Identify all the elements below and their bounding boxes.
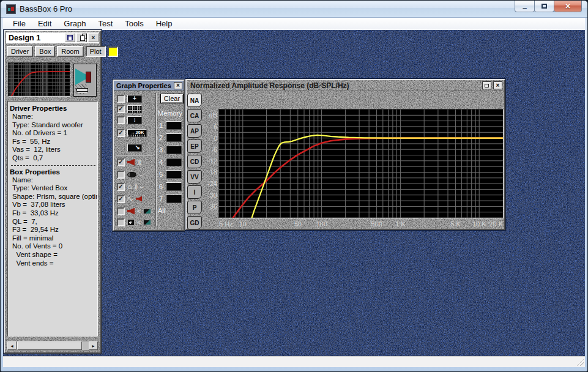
checkbox-room-acoustic-response[interactable]: ✓	[117, 183, 125, 191]
checkbox-amplitude-scale[interactable]	[117, 116, 125, 124]
y-axis-label: -12	[200, 157, 217, 165]
menu-item-test[interactable]: Test	[92, 18, 119, 30]
menu-item-edit[interactable]: Edit	[32, 18, 58, 30]
y-axis-label: dB	[200, 111, 217, 119]
horizontal-scrollbar[interactable]: ◄ ►	[7, 341, 99, 351]
scrollbar-thumb[interactable]	[17, 341, 82, 350]
palette-titlebar[interactable]: Graph Properties ×	[114, 81, 184, 91]
maximize-button[interactable]	[534, 1, 554, 12]
close-button[interactable]: ×	[554, 1, 582, 12]
speaker-cone-icon	[75, 69, 86, 85]
minimize-icon: –	[523, 6, 527, 10]
design-panel-titlebar[interactable]: Design 1 ×	[6, 32, 99, 43]
minimize-button[interactable]: –	[515, 1, 535, 12]
checkbox-filter-network-response[interactable]: ✓	[117, 195, 125, 203]
x-axis-label: 50	[294, 220, 302, 228]
driver-properties-line: Fs = 55, Hz	[10, 138, 95, 146]
graph-option-grid-lines: ✓	[117, 104, 142, 114]
memory-button-7[interactable]	[166, 195, 182, 203]
clear-button[interactable]: Clear	[160, 94, 184, 103]
menu-item-file[interactable]: File	[7, 18, 32, 30]
close-design-button[interactable]: ×	[88, 33, 99, 42]
graph-option-amplitude-scale: ↕	[117, 115, 142, 125]
checkbox-cursor-readout[interactable]	[117, 95, 125, 103]
vented-box-icon	[73, 64, 97, 97]
copy-icon	[80, 35, 85, 41]
titlebar[interactable]: BassBox 6 Pro – ×	[1, 1, 587, 18]
box-properties-line: Fb = 33,03 Hz	[10, 209, 95, 218]
design-tabs: DriverBoxRoomPlot	[7, 45, 118, 58]
x-axis-label: 10	[239, 220, 247, 228]
graph-restore-button[interactable]	[482, 81, 491, 89]
app-icon	[6, 4, 16, 14]
box-properties-line: Vent ends =	[10, 259, 95, 268]
checkbox-driver-acoustic-response[interactable]: ✓	[117, 158, 125, 166]
memory-all-label[interactable]: All	[158, 207, 165, 214]
graph-window-titlebar[interactable]: Normalized Amplitude Response (dB-SPL/Hz…	[187, 80, 504, 91]
checkbox-vent-acoustic-response[interactable]	[117, 171, 125, 179]
menu-item-help[interactable]: Help	[150, 18, 179, 30]
memory-button-4[interactable]	[166, 158, 182, 166]
graph-tab-na[interactable]: NA	[187, 94, 202, 107]
memory-slot-number: 4	[158, 158, 163, 166]
speaker-icon	[136, 196, 142, 202]
sound-waves-icon: ))	[135, 184, 137, 190]
graph-tab-gd[interactable]: GD	[187, 216, 202, 229]
graph-option-frequency-scale-20k: ✓→20K	[117, 128, 147, 138]
palette-close-button[interactable]: ×	[174, 82, 182, 89]
checkbox-grid-lines[interactable]: ✓	[117, 105, 125, 113]
scroll-left-button[interactable]: ◄	[7, 341, 17, 350]
plot-color-swatch[interactable]	[108, 46, 118, 57]
floppy-icon	[67, 35, 73, 40]
memory-button-1[interactable]	[166, 121, 182, 130]
memory-slot-6: 6	[158, 182, 182, 191]
amplitude-plot	[218, 109, 504, 218]
menu-item-graph[interactable]: Graph	[58, 18, 92, 30]
tab-driver[interactable]: Driver	[7, 46, 33, 57]
checkbox-frequency-scale-20k[interactable]: ✓	[117, 129, 125, 137]
memory-button-5[interactable]	[166, 170, 182, 179]
graph-close-button[interactable]: ×	[493, 81, 502, 89]
status-bar	[3, 356, 585, 367]
box-properties-line: Vent shape =	[10, 251, 95, 259]
checkbox-vent-phase[interactable]	[117, 218, 125, 226]
save-design-button[interactable]	[65, 33, 75, 42]
restore-icon	[541, 4, 547, 9]
dash-icon: –	[140, 171, 143, 178]
checkbox-driver-phase[interactable]	[117, 207, 125, 215]
palette-title: Graph Properties	[116, 82, 171, 89]
workspace: Design 1 × DriverBoxRoomPlot Driver Prop…	[3, 30, 585, 356]
tab-room[interactable]: Room	[57, 46, 83, 57]
graph-option-vent-phase: <	[117, 217, 151, 227]
y-axis-label: 6	[200, 123, 217, 130]
amplitude-plot-canvas	[219, 110, 503, 218]
memory-slot-number: 2	[158, 134, 163, 141]
resize-grip[interactable]	[576, 358, 584, 366]
speaker-icon	[127, 208, 135, 215]
duplicate-design-button[interactable]	[76, 33, 87, 42]
vent-port-icon	[76, 88, 88, 92]
box-properties-heading: Box Properties	[10, 168, 95, 176]
vent-tube-icon	[127, 172, 136, 177]
driver-properties-line: Vas = 12, liters	[10, 146, 95, 154]
memory-button-6[interactable]	[166, 182, 182, 191]
window-controls: – ×	[515, 1, 582, 12]
crosshair-icon: +	[127, 95, 142, 103]
separator	[11, 165, 95, 166]
memory-button-3[interactable]	[166, 146, 182, 154]
memory-slot-number: 7	[158, 195, 163, 203]
y-axis-label: -18	[200, 168, 217, 176]
close-icon: ×	[565, 1, 570, 11]
tab-plot[interactable]: Plot	[86, 46, 106, 57]
memory-slot-number: 3	[158, 146, 163, 154]
sound-waves-icon: )))	[137, 159, 141, 165]
y-axis-label: -24	[200, 180, 217, 187]
restore-icon	[485, 84, 489, 87]
response-preview-plot	[9, 63, 70, 96]
scroll-right-button[interactable]: ►	[89, 341, 98, 350]
tab-box[interactable]: Box	[35, 46, 55, 57]
memory-button-2[interactable]	[166, 133, 182, 142]
menu-item-tools[interactable]: Tools	[119, 18, 149, 30]
memory-slot-1: 1	[158, 121, 182, 130]
graph-window: Normalized Amplitude Response (dB-SPL/Hz…	[185, 79, 505, 230]
